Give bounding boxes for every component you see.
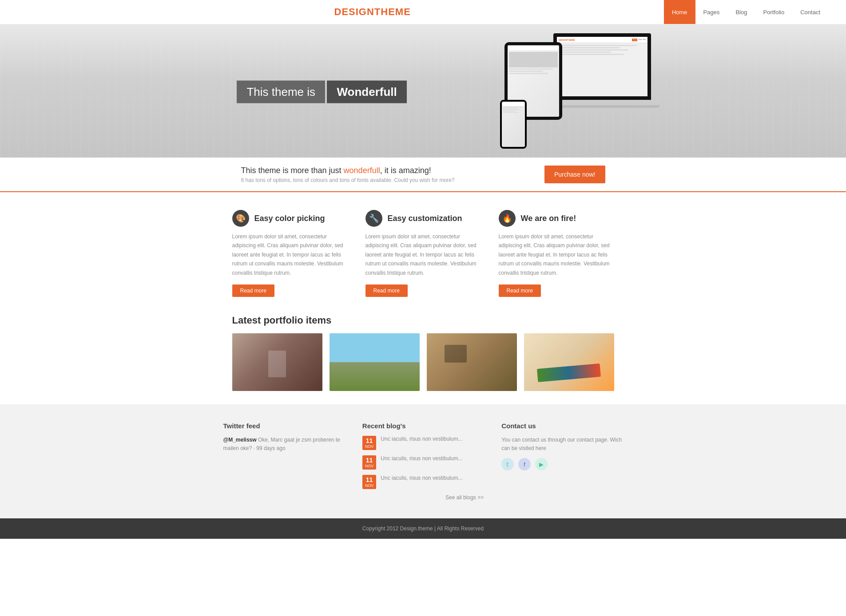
twitter-widget: Twitter feed @M_melissw Oke, Marc gaat j… xyxy=(223,422,345,501)
footer: Copyright 2012 Design.theme | All Rights… xyxy=(0,518,846,539)
vimeo-social-icon[interactable]: ▶ xyxy=(535,458,548,470)
portfolio-item-3[interactable] xyxy=(427,333,517,391)
blog-widget-title: Recent blog's xyxy=(362,422,484,430)
features-section: 🎨 Easy color picking Lorem ipsum dolor s… xyxy=(223,210,623,297)
facebook-social-icon[interactable]: f xyxy=(518,458,531,470)
tagline-highlight: wonderfull xyxy=(344,166,380,175)
contact-text: You can contact us through our contact p… xyxy=(501,436,623,453)
hero-text-box: This theme is Wonderfull xyxy=(237,79,406,103)
feature-1-read-more[interactable]: Read more xyxy=(232,284,274,297)
blog-month-2: NOV xyxy=(365,464,374,468)
social-icons: 𝕥 f ▶ xyxy=(501,458,623,470)
portfolio-item-1[interactable] xyxy=(232,333,322,391)
contact-widget-title: Contact us xyxy=(501,422,623,430)
hero-section: This theme is Wonderfull DESIGNTHEME Hom… xyxy=(0,24,846,158)
blog-day-1: 11 xyxy=(365,437,374,444)
blog-link-1[interactable]: Unc iaculis, risus non vestibulum... xyxy=(381,436,462,442)
customization-icon: 🔧 xyxy=(365,210,382,227)
blog-month-1: NOV xyxy=(365,444,374,449)
blog-item-3: 11 NOV Unc iaculis, risus non vestibulum… xyxy=(362,475,484,489)
portfolio-grid xyxy=(232,333,614,391)
portfolio-section: Latest portfolio items xyxy=(223,315,623,391)
blog-date-2: 11 NOV xyxy=(362,455,377,470)
portfolio-title: Latest portfolio items xyxy=(232,315,614,326)
feature-3-header: 🔥 We are on fire! xyxy=(499,210,576,227)
tagline-headline: This theme is more than just wonderfull,… xyxy=(241,166,455,175)
blog-month-3: NOV xyxy=(365,483,374,488)
feature-on-fire: 🔥 We are on fire! Lorem ipsum dolor sit … xyxy=(499,210,614,297)
feature-3-body: Lorem ipsum dolor sit amet, consectetur … xyxy=(499,232,614,277)
main-nav: Home Pages Blog Portfolio Contact xyxy=(664,0,828,24)
feature-customization: 🔧 Easy customization Lorem ipsum dolor s… xyxy=(365,210,481,297)
feature-1-header: 🎨 Easy color picking xyxy=(232,210,325,227)
feature-3-read-more[interactable]: Read more xyxy=(499,284,541,297)
feature-2-read-more[interactable]: Read more xyxy=(365,284,408,297)
twitter-widget-title: Twitter feed xyxy=(223,422,345,430)
feature-1-title: Easy color picking xyxy=(254,214,325,223)
nav-contact[interactable]: Contact xyxy=(792,0,828,24)
purchase-now-button[interactable]: Purchase now! xyxy=(544,166,605,183)
feature-2-body: Lorem ipsum dolor sit amet, consectetur … xyxy=(365,232,481,277)
blog-widget: Recent blog's 11 NOV Unc iaculis, risus … xyxy=(362,422,484,501)
blog-date-3: 11 NOV xyxy=(362,475,377,489)
contact-widget: Contact us You can contact us through ou… xyxy=(501,422,623,501)
blog-item-1: 11 NOV Unc iaculis, risus non vestibulum… xyxy=(362,436,484,450)
tagline-text-block: This theme is more than just wonderfull,… xyxy=(241,166,455,183)
on-fire-icon: 🔥 xyxy=(499,210,516,227)
blog-day-2: 11 xyxy=(365,457,374,464)
logo: DESIGNTHEME xyxy=(334,6,411,18)
portfolio-item-4[interactable] xyxy=(524,333,614,391)
blog-item-2: 11 NOV Unc iaculis, risus non vestibulum… xyxy=(362,455,484,470)
tagline-post: , it is amazing! xyxy=(380,166,431,175)
nav-portfolio[interactable]: Portfolio xyxy=(755,0,792,24)
tagline-pre: This theme is more than just xyxy=(241,166,344,175)
blog-link-3[interactable]: Unc iaculis, risus non vestibulum... xyxy=(381,475,462,481)
tagline-sub: It has tons of options, tons of colours … xyxy=(241,177,455,183)
feature-color-picking: 🎨 Easy color picking Lorem ipsum dolor s… xyxy=(232,210,348,297)
see-all-blogs-link[interactable]: See all blogs >> xyxy=(362,494,484,501)
copyright-text: Copyright 2012 Design.theme | All Rights… xyxy=(362,525,484,532)
logo-design: DESIGN xyxy=(334,6,374,17)
feature-1-body: Lorem ipsum dolor sit amet, consectetur … xyxy=(232,232,348,277)
portfolio-item-2[interactable] xyxy=(330,333,420,391)
hero-line2: Wonderfull xyxy=(327,81,406,103)
blog-day-3: 11 xyxy=(365,476,374,483)
twitter-item: @M_melissw Oke, Marc gaat je zsm probere… xyxy=(223,436,345,453)
tagline-bar: This theme is more than just wonderfull,… xyxy=(0,158,846,192)
hero-devices: DESIGNTHEME Home Pages Blog xyxy=(500,29,660,153)
feature-2-header: 🔧 Easy customization xyxy=(365,210,462,227)
feature-2-title: Easy customization xyxy=(388,214,462,223)
blog-link-2[interactable]: Unc iaculis, risus non vestibulum... xyxy=(381,455,462,462)
logo-theme: THEME xyxy=(374,6,411,17)
header: DESIGNTHEME Home Pages Blog Portfolio Co… xyxy=(0,0,846,24)
blog-date-1: 11 NOV xyxy=(362,436,377,450)
nav-pages[interactable]: Pages xyxy=(695,0,728,24)
twitter-social-icon[interactable]: 𝕥 xyxy=(501,458,514,470)
phone-device xyxy=(500,100,527,149)
color-picking-icon: 🎨 xyxy=(232,210,249,227)
twitter-user: @M_melissw xyxy=(223,437,257,443)
nav-home[interactable]: Home xyxy=(664,0,695,24)
feature-3-title: We are on fire! xyxy=(521,214,576,223)
hero-line1: This theme is xyxy=(237,81,325,103)
footer-widgets: Twitter feed @M_melissw Oke, Marc gaat j… xyxy=(0,404,846,518)
hero-background xyxy=(0,24,846,158)
nav-blog[interactable]: Blog xyxy=(727,0,755,24)
